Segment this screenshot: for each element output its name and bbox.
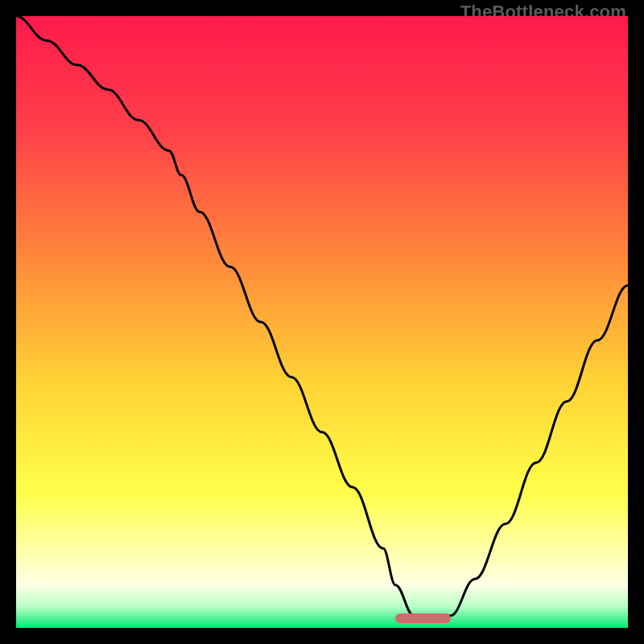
bottleneck-chart: [16, 16, 628, 628]
chart-frame: [16, 16, 628, 628]
optimal-range-marker: [395, 613, 450, 623]
gradient-background: [16, 16, 628, 628]
